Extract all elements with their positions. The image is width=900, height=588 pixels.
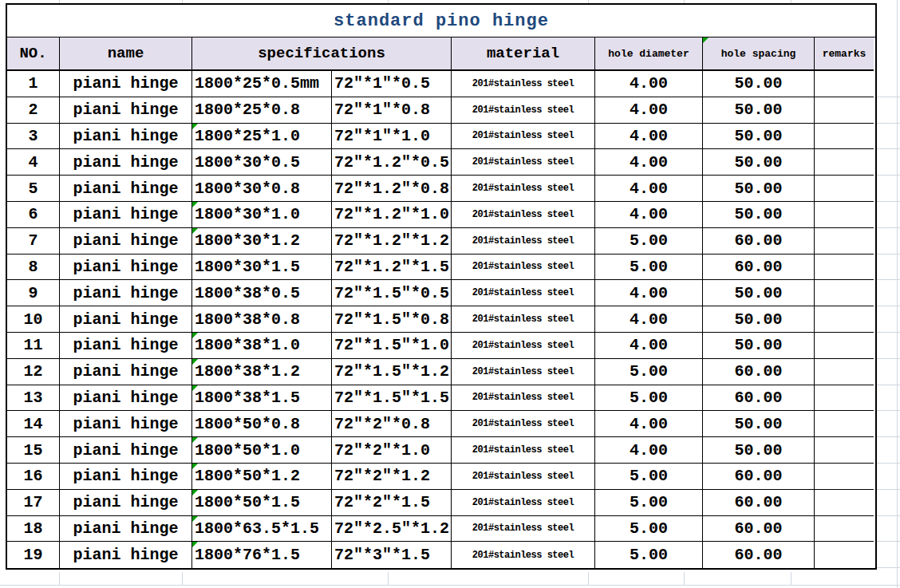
cell-hole-spacing[interactable]: 60.00 (703, 516, 815, 543)
cell-spec-mm[interactable]: 1800*30*1.5 (192, 255, 332, 281)
cell-hole-diameter[interactable]: 5.00 (595, 490, 703, 516)
cell-material[interactable]: 201#stainless steel (452, 97, 595, 124)
col-header-material[interactable]: material (452, 37, 595, 71)
cell-spec-mm[interactable]: 1800*25*0.8 (192, 97, 332, 124)
cell-remarks[interactable] (815, 255, 874, 281)
cell-no[interactable]: 7 (7, 228, 60, 255)
cell-hole-diameter[interactable]: 5.00 (595, 359, 703, 385)
cell-hole-spacing[interactable]: 50.00 (703, 97, 815, 124)
cell-hole-spacing[interactable]: 50.00 (703, 176, 815, 202)
cell-hole-spacing[interactable]: 60.00 (703, 359, 815, 385)
cell-hole-spacing[interactable]: 50.00 (703, 280, 815, 306)
cell-remarks[interactable] (815, 228, 874, 255)
cell-spec-inch[interactable]: 72″*2″*1.2 (332, 464, 452, 490)
cell-hole-diameter[interactable]: 4.00 (595, 202, 703, 228)
cell-material[interactable]: 201#stainless steel (452, 542, 595, 568)
cell-no[interactable]: 5 (7, 176, 60, 202)
cell-spec-inch[interactable]: 72″*1.2″*0.8 (332, 176, 452, 202)
cell-spec-inch[interactable]: 72″*1″*1.0 (332, 124, 452, 150)
cell-hole-diameter[interactable]: 4.00 (595, 124, 703, 150)
cell-remarks[interactable] (815, 149, 874, 176)
cell-remarks[interactable] (815, 333, 874, 359)
cell-hole-spacing[interactable]: 60.00 (703, 490, 815, 516)
cell-material[interactable]: 201#stainless steel (452, 228, 595, 255)
cell-remarks[interactable] (815, 516, 874, 543)
cell-name[interactable]: piani hinge (60, 359, 192, 385)
col-header-no[interactable]: NO. (7, 37, 60, 71)
cell-spec-mm[interactable]: 1800*50*1.0 (192, 437, 332, 464)
cell-hole-diameter[interactable]: 4.00 (595, 411, 703, 437)
cell-name[interactable]: piani hinge (60, 411, 192, 437)
cell-no[interactable]: 17 (7, 490, 60, 516)
table-title[interactable]: standard pino hinge (7, 5, 875, 37)
cell-remarks[interactable] (815, 359, 874, 385)
cell-hole-diameter[interactable]: 4.00 (595, 149, 703, 176)
cell-remarks[interactable] (815, 280, 874, 306)
cell-hole-spacing[interactable]: 50.00 (703, 149, 815, 176)
cell-no[interactable]: 10 (7, 306, 60, 333)
cell-no[interactable]: 3 (7, 124, 60, 150)
cell-spec-inch[interactable]: 72″*3″*1.5 (332, 542, 452, 568)
cell-material[interactable]: 201#stainless steel (452, 516, 595, 543)
cell-hole-diameter[interactable]: 4.00 (595, 333, 703, 359)
cell-spec-mm[interactable]: 1800*30*0.8 (192, 176, 332, 202)
cell-spec-inch[interactable]: 72″*1.5″*1.2 (332, 359, 452, 385)
cell-remarks[interactable] (815, 490, 874, 516)
cell-name[interactable]: piani hinge (60, 228, 192, 255)
cell-spec-mm[interactable]: 1800*30*0.5 (192, 149, 332, 176)
cell-spec-mm[interactable]: 1800*30*1.2 (192, 228, 332, 255)
cell-name[interactable]: piani hinge (60, 464, 192, 490)
cell-spec-mm[interactable]: 1800*38*1.2 (192, 359, 332, 385)
cell-remarks[interactable] (815, 97, 874, 124)
cell-name[interactable]: piani hinge (60, 202, 192, 228)
cell-no[interactable]: 4 (7, 149, 60, 176)
cell-remarks[interactable] (815, 306, 874, 333)
cell-hole-diameter[interactable]: 5.00 (595, 516, 703, 543)
cell-material[interactable]: 201#stainless steel (452, 490, 595, 516)
cell-spec-mm[interactable]: 1800*38*1.0 (192, 333, 332, 359)
cell-spec-mm[interactable]: 1800*30*1.0 (192, 202, 332, 228)
cell-no[interactable]: 13 (7, 385, 60, 412)
cell-hole-spacing[interactable]: 60.00 (703, 464, 815, 490)
cell-material[interactable]: 201#stainless steel (452, 280, 595, 306)
cell-name[interactable]: piani hinge (60, 149, 192, 176)
cell-hole-spacing[interactable]: 50.00 (703, 437, 815, 464)
cell-name[interactable]: piani hinge (60, 71, 192, 97)
cell-spec-inch[interactable]: 72″*1.2″*1.5 (332, 255, 452, 281)
cell-hole-diameter[interactable]: 5.00 (595, 255, 703, 281)
cell-material[interactable]: 201#stainless steel (452, 411, 595, 437)
cell-hole-diameter[interactable]: 4.00 (595, 306, 703, 333)
cell-spec-inch[interactable]: 72″*2″*0.8 (332, 411, 452, 437)
cell-remarks[interactable] (815, 202, 874, 228)
cell-material[interactable]: 201#stainless steel (452, 176, 595, 202)
cell-hole-spacing[interactable]: 50.00 (703, 306, 815, 333)
cell-remarks[interactable] (815, 542, 874, 568)
cell-material[interactable]: 201#stainless steel (452, 124, 595, 150)
cell-spec-inch[interactable]: 72″*1.5″*1.0 (332, 333, 452, 359)
cell-hole-spacing[interactable]: 50.00 (703, 71, 815, 97)
cell-no[interactable]: 9 (7, 280, 60, 306)
cell-spec-mm[interactable]: 1800*38*0.5 (192, 280, 332, 306)
cell-spec-inch[interactable]: 72″*2.5″*1.2 (332, 516, 452, 543)
cell-spec-inch[interactable]: 72″*1.5″*1.5 (332, 385, 452, 412)
cell-name[interactable]: piani hinge (60, 280, 192, 306)
cell-remarks[interactable] (815, 124, 874, 150)
cell-spec-mm[interactable]: 1800*38*0.8 (192, 306, 332, 333)
cell-hole-diameter[interactable]: 5.00 (595, 228, 703, 255)
cell-remarks[interactable] (815, 437, 874, 464)
cell-spec-mm[interactable]: 1800*25*1.0 (192, 124, 332, 150)
cell-material[interactable]: 201#stainless steel (452, 149, 595, 176)
cell-hole-diameter[interactable]: 4.00 (595, 437, 703, 464)
cell-hole-diameter[interactable]: 4.00 (595, 71, 703, 97)
col-header-remarks[interactable]: remarks (815, 37, 874, 71)
cell-spec-mm[interactable]: 1800*63.5*1.5 (192, 516, 332, 543)
cell-name[interactable]: piani hinge (60, 516, 192, 543)
cell-no[interactable]: 1 (7, 71, 60, 97)
cell-spec-mm[interactable]: 1800*50*1.5 (192, 490, 332, 516)
cell-no[interactable]: 19 (7, 542, 60, 568)
cell-remarks[interactable] (815, 71, 874, 97)
cell-spec-inch[interactable]: 72″*1″*0.5 (332, 71, 452, 97)
cell-remarks[interactable] (815, 464, 874, 490)
cell-spec-inch[interactable]: 72″*1″*0.8 (332, 97, 452, 124)
cell-spec-mm[interactable]: 1800*25*0.5mm (192, 71, 332, 97)
